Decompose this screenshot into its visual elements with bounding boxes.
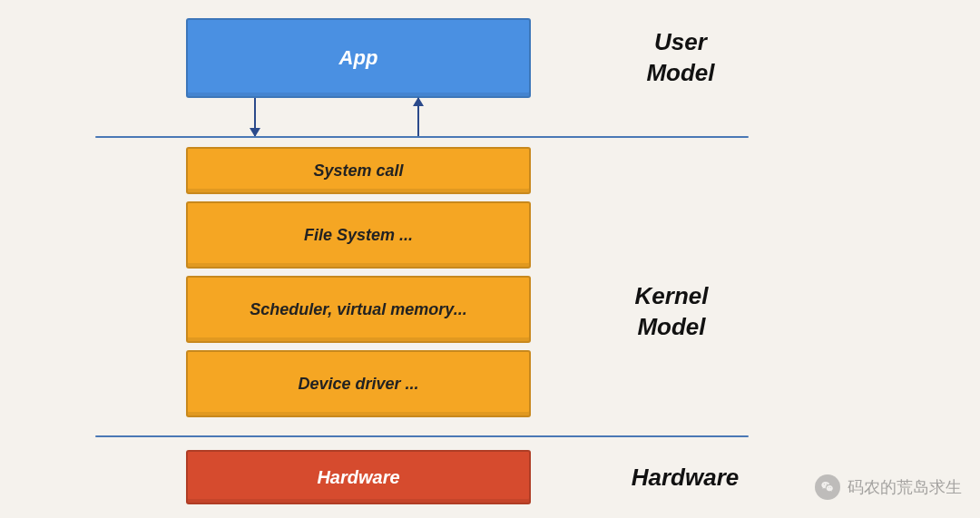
- hardware-section-label: Hardware: [599, 463, 771, 494]
- kernel-hardware-divider: [95, 435, 749, 437]
- arrow-down-icon: [254, 98, 256, 136]
- kernel-label-line1: Kernel: [635, 282, 709, 309]
- user-label-line1: User: [654, 28, 707, 55]
- arrow-up-icon: [417, 98, 419, 136]
- os-layers-diagram: App System call File System ... Schedule…: [0, 0, 980, 518]
- system-call-layer-box: System call: [186, 147, 531, 194]
- watermark: 码农的荒岛求生: [815, 474, 962, 500]
- user-kernel-divider: [95, 136, 749, 138]
- file-system-layer-box: File System ...: [186, 201, 531, 269]
- kernel-model-label: Kernel Model: [585, 281, 758, 343]
- user-label-line2: Model: [646, 59, 714, 86]
- device-driver-label: Device driver ...: [298, 375, 418, 394]
- kernel-label-line2: Model: [637, 313, 705, 340]
- scheduler-label: Scheduler, virtual memory...: [250, 300, 466, 319]
- system-call-label: System call: [313, 161, 403, 181]
- watermark-text: 码农的荒岛求生: [848, 476, 962, 498]
- user-model-label: User Model: [594, 27, 767, 89]
- device-driver-layer-box: Device driver ...: [186, 350, 531, 417]
- app-layer-box: App: [186, 18, 531, 98]
- hardware-label-text: Hardware: [632, 464, 740, 491]
- hardware-layer-label: Hardware: [317, 467, 399, 488]
- hardware-layer-box: Hardware: [186, 450, 531, 504]
- app-layer-label: App: [339, 46, 378, 70]
- file-system-label: File System ...: [304, 226, 413, 245]
- scheduler-layer-box: Scheduler, virtual memory...: [186, 276, 531, 343]
- wechat-icon: [815, 474, 840, 500]
